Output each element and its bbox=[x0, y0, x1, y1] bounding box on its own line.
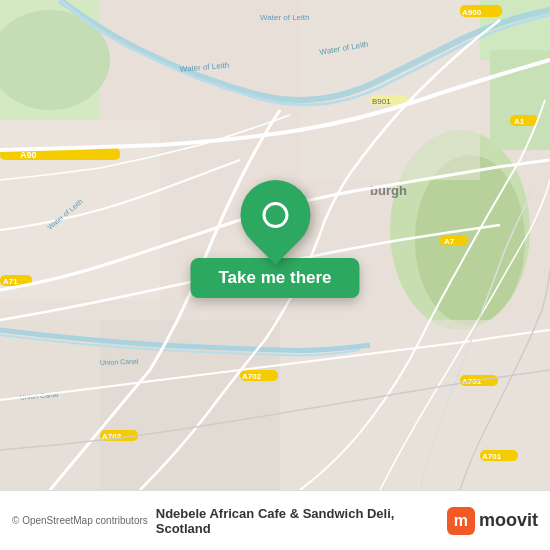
map-container: Water of Leith Water of Leith Union Cana… bbox=[0, 0, 550, 490]
moovit-text: moovit bbox=[479, 510, 538, 531]
svg-text:A90: A90 bbox=[20, 150, 37, 160]
svg-text:A701: A701 bbox=[482, 452, 502, 461]
location-overlay: Take me there bbox=[190, 180, 359, 298]
svg-text:A900: A900 bbox=[462, 8, 482, 17]
svg-text:Water of Leith: Water of Leith bbox=[260, 13, 310, 22]
map-attribution: © OpenStreetMap contributors bbox=[12, 515, 148, 526]
svg-text:A702: A702 bbox=[242, 372, 262, 381]
svg-rect-6 bbox=[490, 50, 550, 150]
location-pin-icon bbox=[225, 166, 324, 265]
svg-rect-10 bbox=[280, 320, 550, 490]
svg-text:A7: A7 bbox=[444, 237, 455, 246]
moovit-logo-icon: m moovit bbox=[447, 507, 538, 535]
place-name: Ndebele African Cafe & Sandwich Deli, Sc… bbox=[156, 506, 439, 536]
svg-text:A71: A71 bbox=[3, 277, 18, 286]
svg-text:B901: B901 bbox=[372, 97, 391, 106]
moovit-m-icon: m bbox=[447, 507, 475, 535]
svg-text:Union Canal: Union Canal bbox=[100, 358, 139, 366]
pin-center bbox=[262, 202, 288, 228]
svg-text:A1: A1 bbox=[514, 117, 525, 126]
bottom-bar: © OpenStreetMap contributors Ndebele Afr… bbox=[0, 490, 550, 550]
place-info: Ndebele African Cafe & Sandwich Deli, Sc… bbox=[148, 506, 447, 536]
